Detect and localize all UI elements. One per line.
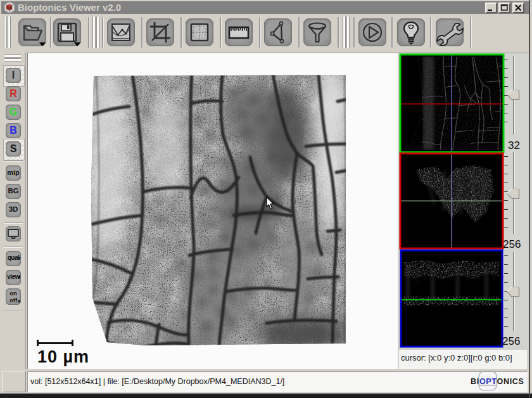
svg-text:BIOPTONICS: BIOPTONICS xyxy=(471,377,524,386)
